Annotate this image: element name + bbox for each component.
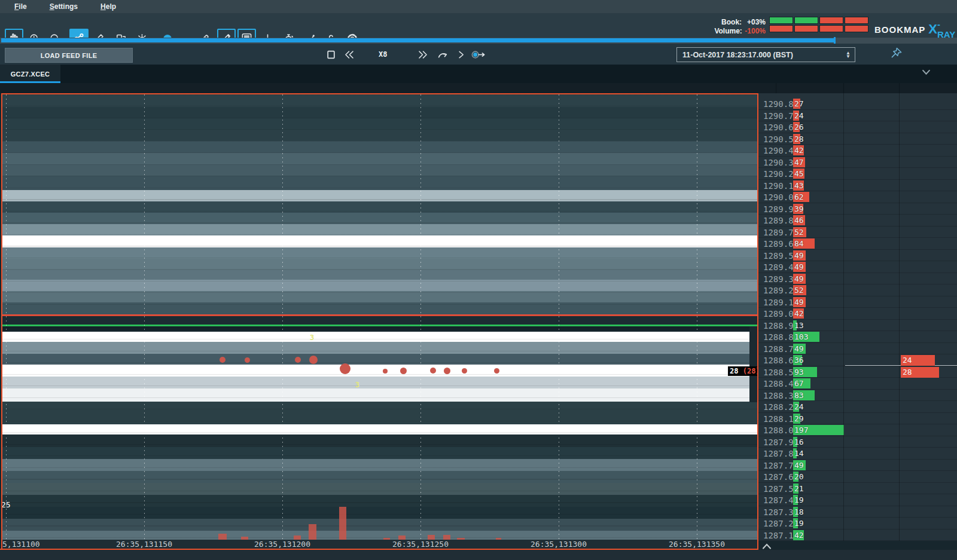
cob-qty: 42 — [794, 531, 804, 540]
ladder-row[interactable]: 1288.749 — [758, 343, 957, 355]
time-gridline — [6, 94, 7, 540]
volume-bar — [339, 507, 346, 540]
ladder-row[interactable]: 1288.224 — [758, 401, 957, 413]
ladder-price: 1289.8 — [763, 216, 794, 225]
cob-qty: 29 — [794, 414, 804, 423]
cob-qty: 27 — [794, 99, 804, 108]
latest-column-strip — [749, 326, 757, 402]
ladder-row[interactable]: 1290.442 — [758, 145, 957, 157]
ladder-price: 1289.2 — [763, 286, 794, 295]
ladder-price: 1287.7 — [763, 461, 794, 470]
ladder-row[interactable]: 1288.636 — [758, 354, 957, 366]
cob-qty: 49 — [794, 251, 804, 260]
ladder-row[interactable]: 1289.939 — [758, 203, 957, 215]
ladder-row[interactable]: 1287.142 — [758, 530, 957, 541]
cob-qty: 20 — [794, 472, 804, 481]
trade-dot — [340, 363, 351, 374]
cob-qty: 93 — [794, 368, 804, 377]
ladder-row[interactable]: 1287.916 — [758, 436, 957, 448]
ladder-row[interactable]: 1287.814 — [758, 448, 957, 460]
ladder-row[interactable]: 1288.593 — [758, 366, 957, 378]
chart-border-left — [1, 93, 2, 550]
trade-dot — [383, 369, 388, 374]
ladder-price: 1288.4 — [763, 379, 794, 388]
cob-qty: 67 — [794, 379, 804, 388]
volume-bar — [443, 535, 450, 540]
ladder-row[interactable]: 1290.724 — [758, 110, 957, 122]
ladder-price: 1289.1 — [763, 298, 794, 307]
ladder-price: 1289.3 — [763, 274, 794, 284]
time-axis-label: 26:35,131350 — [669, 540, 725, 549]
volume-bar — [241, 537, 248, 540]
ladder-price: 1290.7 — [763, 111, 794, 121]
ladder-row[interactable]: 1290.143 — [758, 180, 957, 192]
ladder-row[interactable]: 1290.827 — [758, 98, 957, 110]
ladder-row[interactable]: 1289.252 — [758, 284, 957, 296]
ladder-price: 1289.6 — [763, 239, 794, 249]
volume-bar — [428, 535, 435, 540]
ladder-row[interactable]: 1288.913 — [758, 320, 957, 332]
cob-qty: 36 — [794, 356, 804, 365]
ladder-row[interactable]: 1289.846 — [758, 215, 957, 227]
trade-dot — [245, 357, 250, 363]
ladder-row[interactable]: 1290.347 — [758, 157, 957, 169]
trade-dot — [309, 356, 318, 364]
ladder-price: 1288.7 — [763, 344, 794, 354]
ladder-row[interactable]: 1289.684 — [758, 238, 957, 250]
ladder-row[interactable]: 1290.626 — [758, 121, 957, 133]
ladder-row[interactable]: 1287.620 — [758, 471, 957, 483]
ladder-row[interactable]: 1288.0197 — [758, 424, 957, 436]
ladder-price: 1287.5 — [763, 484, 794, 494]
ladder-price: 1289.0 — [763, 309, 794, 319]
ladder-row[interactable]: 1289.752 — [758, 227, 957, 238]
ladder-price: 1288.6 — [763, 356, 794, 365]
ladder-price: 1288.5 — [763, 368, 794, 377]
ladder-row[interactable]: 1290.245 — [758, 168, 957, 180]
chart-border-top — [1, 93, 758, 94]
ladder-row[interactable]: 1288.467 — [758, 378, 957, 390]
cob-qty: 197 — [794, 426, 808, 434]
ladder-row[interactable]: 1290.062 — [758, 191, 957, 203]
cob-qty: 42 — [794, 309, 804, 318]
ladder-price: 1289.4 — [763, 262, 794, 272]
ladder-row[interactable]: 1290.528 — [758, 133, 957, 145]
cob-qty: 49 — [794, 274, 804, 283]
ladder-row[interactable]: 1288.383 — [758, 390, 957, 402]
ladder-row[interactable]: 1287.521 — [758, 483, 957, 495]
volume-bar — [398, 535, 406, 540]
ladder-price: 1288.2 — [763, 402, 794, 412]
cob-qty: 62 — [794, 192, 804, 201]
time-axis-label: 5,131100 — [2, 540, 40, 549]
ladder-row[interactable]: 1287.219 — [758, 518, 957, 530]
ladder-row[interactable]: 1288.8103 — [758, 331, 957, 343]
time-axis-label: 26:35,131200 — [254, 540, 310, 549]
ladder-price: 1287.8 — [763, 449, 794, 458]
ladder-row[interactable]: 1287.749 — [758, 460, 957, 472]
volume-scale-label: 25 — [1, 500, 11, 509]
cob-qty: 18 — [794, 507, 804, 516]
status-bar: i Data: Replayed Trading: Simulated — [0, 550, 957, 560]
ladder-row[interactable]: 1289.349 — [758, 273, 957, 285]
volume-bar — [309, 524, 316, 540]
cob-qty: 26 — [794, 123, 804, 131]
ladder-price: 1288.1 — [763, 414, 794, 424]
cob-qty: 19 — [794, 519, 804, 528]
size-annotation: 3 — [355, 381, 359, 389]
ladder-price: 1288.8 — [763, 332, 794, 342]
ladder-row[interactable]: 1288.129 — [758, 413, 957, 425]
volume-bar — [383, 538, 390, 540]
ladder-row[interactable]: 1287.318 — [758, 506, 957, 518]
ladder-row[interactable]: 1289.549 — [758, 250, 957, 262]
ladder-row[interactable]: 1287.419 — [758, 494, 957, 506]
ladder-price: 1290.4 — [763, 146, 794, 155]
time-gridline — [559, 94, 559, 540]
cob-qty: 24 — [794, 402, 804, 411]
ladder-row[interactable]: 1289.149 — [758, 296, 957, 308]
ladder-row[interactable]: 1289.042 — [758, 308, 957, 320]
cob-qty: 49 — [794, 344, 804, 353]
trade-qty: 28 — [730, 367, 743, 375]
time-axis-label: 26:35,131250 — [392, 540, 449, 549]
ladder-price: 1287.3 — [763, 507, 794, 517]
ladder-row[interactable]: 1289.449 — [758, 261, 957, 273]
cob-qty: 47 — [794, 158, 804, 167]
